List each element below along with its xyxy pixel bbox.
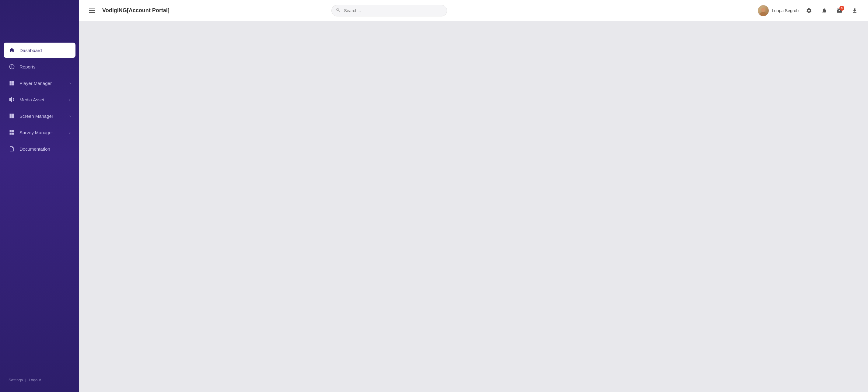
search-bar — [332, 5, 447, 17]
sidebar-item-media-asset-label: Media Asset — [20, 97, 65, 102]
documentation-icon — [8, 146, 15, 152]
menu-toggle-button[interactable] — [88, 7, 96, 14]
sidebar-item-screen-manager-label: Screen Manager — [20, 114, 65, 119]
reports-icon — [8, 63, 15, 70]
chevron-right-icon-3: › — [69, 114, 71, 118]
sidebar: Dashboard Reports Player Manager › — [0, 0, 79, 392]
user-profile[interactable]: Loupa Segrob — [758, 5, 799, 16]
sidebar-item-reports-label: Reports — [20, 64, 71, 69]
settings-button[interactable] — [804, 6, 814, 16]
chevron-right-icon: › — [69, 81, 71, 86]
sidebar-item-dashboard[interactable]: Dashboard — [4, 42, 75, 58]
chevron-right-icon-2: › — [69, 97, 71, 102]
sidebar-item-media-asset[interactable]: Media Asset › — [4, 92, 75, 107]
sidebar-item-screen-manager[interactable]: Screen Manager › — [4, 108, 75, 124]
survey-manager-icon — [8, 129, 15, 136]
messages-badge: 3 — [839, 6, 844, 11]
app-title: VodigiNG[Account Portal] — [102, 7, 169, 14]
user-name: Loupa Segrob — [772, 8, 799, 13]
topbar-actions: Loupa Segrob 3 — [758, 5, 860, 16]
notifications-button[interactable] — [819, 6, 829, 16]
content-area — [79, 21, 868, 392]
sidebar-item-player-manager[interactable]: Player Manager › — [4, 76, 75, 91]
screen-manager-icon — [8, 113, 15, 119]
footer-divider: | — [25, 378, 26, 382]
sidebar-item-dashboard-label: Dashboard — [20, 48, 71, 53]
messages-button[interactable]: 3 — [835, 6, 844, 16]
search-icon — [336, 8, 341, 13]
player-manager-icon — [8, 80, 15, 86]
sidebar-nav: Dashboard Reports Player Manager › — [0, 42, 79, 369]
home-icon — [8, 47, 15, 54]
logout-link[interactable]: Logout — [29, 378, 41, 382]
main-content: VodigiNG[Account Portal] Loupa Segrob — [79, 0, 868, 392]
sidebar-footer: Settings | Logout — [0, 374, 79, 386]
chevron-right-icon-4: › — [69, 130, 71, 135]
sidebar-item-reports[interactable]: Reports — [4, 59, 75, 74]
sidebar-item-documentation-label: Documentation — [20, 146, 71, 152]
sidebar-item-survey-manager-label: Survey Manager — [20, 130, 65, 135]
settings-link[interactable]: Settings — [8, 378, 23, 382]
sidebar-item-player-manager-label: Player Manager — [20, 81, 65, 86]
sidebar-item-documentation[interactable]: Documentation — [4, 141, 75, 156]
topbar: VodigiNG[Account Portal] Loupa Segrob — [79, 0, 868, 21]
search-input[interactable] — [332, 5, 447, 17]
sidebar-item-survey-manager[interactable]: Survey Manager › — [4, 125, 75, 140]
media-asset-icon — [8, 96, 15, 103]
avatar-image — [758, 5, 769, 16]
download-button[interactable] — [850, 6, 860, 16]
avatar — [758, 5, 769, 16]
